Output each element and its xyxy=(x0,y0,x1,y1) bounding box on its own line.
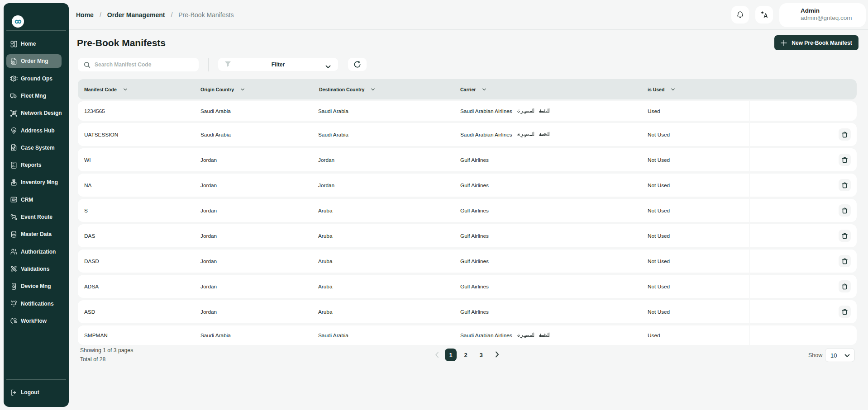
svg-text:CRM: CRM xyxy=(12,199,15,201)
